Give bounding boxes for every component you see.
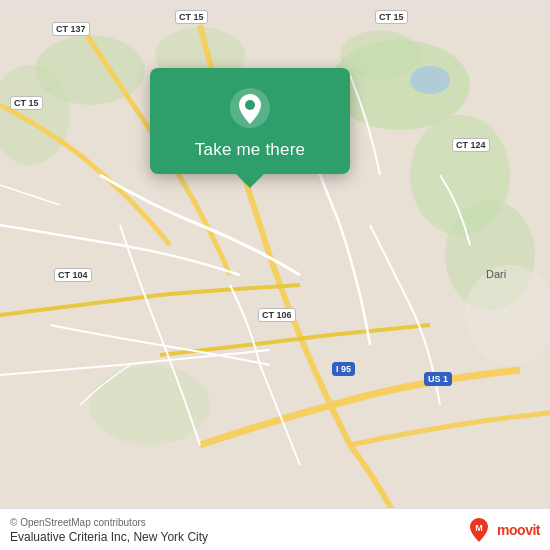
route-badge-ct104: CT 104 bbox=[54, 268, 92, 282]
map-container: CT 15 CT 137 CT 15 CT 15 CT 124 CT 104 C… bbox=[0, 0, 550, 550]
popup-card[interactable]: Take me there bbox=[150, 68, 350, 174]
route-badge-us1: US 1 bbox=[424, 372, 452, 386]
location-pin-icon bbox=[228, 86, 272, 130]
route-badge-i95: I 95 bbox=[332, 362, 355, 376]
location-info: Evaluative Criteria Inc, New York City bbox=[10, 530, 540, 544]
svg-point-8 bbox=[90, 365, 210, 445]
svg-text:M: M bbox=[475, 523, 483, 533]
moovit-text-label: moovit bbox=[497, 522, 540, 538]
moovit-icon: M bbox=[465, 516, 493, 544]
svg-point-3 bbox=[340, 30, 420, 80]
take-me-there-button[interactable]: Take me there bbox=[195, 140, 305, 160]
location-name-label: Evaluative Criteria Inc bbox=[10, 530, 127, 544]
location-city-label: New York City bbox=[133, 530, 208, 544]
route-badge-ct124: CT 124 bbox=[452, 138, 490, 152]
route-badge-ct15-top-left: CT 15 bbox=[175, 10, 208, 24]
route-badge-ct15-top-right: CT 15 bbox=[375, 10, 408, 24]
route-badge-ct106: CT 106 bbox=[258, 308, 296, 322]
svg-point-9 bbox=[410, 66, 450, 94]
moovit-logo: M moovit bbox=[465, 516, 540, 544]
route-badge-ct15-left: CT 15 bbox=[10, 96, 43, 110]
city-label: Dari bbox=[486, 268, 506, 280]
map-attribution: © OpenStreetMap contributors bbox=[10, 517, 540, 528]
route-badge-ct137: CT 137 bbox=[52, 22, 90, 36]
svg-point-12 bbox=[245, 100, 255, 110]
